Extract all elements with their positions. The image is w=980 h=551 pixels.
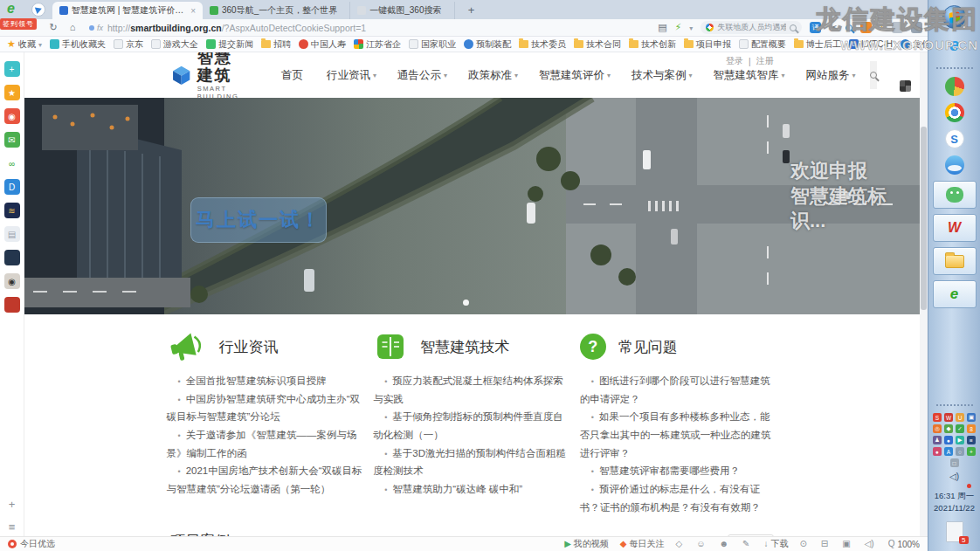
nav-item[interactable]: 网站服务 ▾ (796, 68, 866, 83)
search-icon[interactable] (790, 24, 797, 31)
page-scrollbar[interactable] (920, 52, 928, 536)
login-link[interactable]: 登录 (726, 55, 743, 67)
bookmark-item[interactable]: L LXTC-H (849, 38, 893, 51)
extension-icon[interactable] (892, 22, 903, 33)
faq-item[interactable]: 智慧建筑评审都需要哪些费用？ (580, 462, 778, 480)
wechat-window-button[interactable] (933, 181, 977, 209)
register-link[interactable]: 注册 (756, 55, 774, 67)
nav-item[interactable]: 政策标准 ▾ (458, 68, 528, 83)
address-bar[interactable]: fx http://smartbuilding.org.cn/?AspxAuto… (89, 23, 508, 33)
sidebar-app-icon[interactable] (4, 297, 20, 313)
bookmark-item[interactable]: 配置概要 (739, 38, 786, 51)
home-button[interactable] (63, 23, 82, 32)
nav-item[interactable]: 智慧建筑智库 ▾ (703, 68, 796, 83)
start-button[interactable] (942, 5, 966, 29)
tech-item[interactable]: 基于3D激光扫描的预制构件结合面粗糙度检测技术 (373, 444, 571, 480)
tray-icon[interactable]: ✓ (956, 424, 964, 433)
status-item[interactable]: ↓ 下载 (763, 538, 788, 550)
tray-icon[interactable]: ◆ (944, 424, 953, 433)
speed-boost-icon[interactable] (675, 23, 682, 32)
bookmark-item[interactable]: 技术委员 (519, 38, 566, 51)
browser-tab[interactable]: 智慧建筑网 | 智慧建筑评价标准 × (52, 2, 203, 19)
new-tab-button[interactable]: + (464, 3, 480, 17)
status-item[interactable]: ▣ (842, 540, 852, 548)
status-item[interactable]: ▶ 我的视频 (564, 538, 609, 550)
reading-list-icon[interactable] (658, 23, 666, 32)
bookmark-item[interactable]: 国家职业 (409, 38, 456, 51)
tray-icon[interactable]: ♟ (933, 436, 942, 444)
send-boost-button[interactable] (31, 3, 45, 17)
tray-icon[interactable]: + (967, 447, 976, 456)
bookmark-item[interactable]: 中国人寿 (299, 38, 346, 51)
daily-picks-label[interactable]: 今日优选 (20, 538, 55, 550)
browser-tab[interactable]: 360导航_一个主页，整个世界 (203, 2, 350, 19)
screenshot-scissors-icon[interactable] (829, 23, 837, 32)
status-item[interactable]: ◆ 每日关注 (620, 538, 665, 550)
bookmark-item[interactable]: 游戏大全 (151, 38, 198, 51)
status-item[interactable]: ◁) (865, 540, 877, 548)
site-search-button[interactable] (870, 61, 877, 89)
chrome-icon[interactable] (945, 103, 964, 122)
news-item[interactable]: 中国房协智慧建筑研究中心成功主办“双碳目标与智慧建筑”分论坛 (167, 390, 365, 426)
nav-item[interactable]: 行业资讯 ▾ (316, 68, 387, 83)
news-item[interactable]: 全国首批智慧建筑标识项目授牌 (167, 372, 365, 390)
games-icon[interactable] (860, 22, 872, 33)
file-explorer-window-button[interactable] (933, 247, 977, 275)
tray-icon[interactable]: A (944, 447, 953, 456)
tray-icon[interactable]: ≡ (967, 436, 976, 444)
tray-icon[interactable]: ▶ (956, 436, 964, 444)
sidebar-app-icon[interactable]: ≋ (4, 203, 20, 218)
tech-item[interactable]: 智慧建筑助力“碳达峰 碳中和” (373, 480, 571, 499)
bookmark-item[interactable]: 江苏省企 (354, 38, 401, 51)
360-browser-window-button[interactable]: e (933, 280, 977, 308)
tray-icon[interactable]: ○ (956, 447, 964, 456)
nav-item[interactable]: 智慧建筑评价 ▾ (528, 68, 621, 83)
sidebar-menu-icon[interactable] (9, 521, 16, 533)
bookmark-item[interactable]: 技术创新 (629, 38, 676, 51)
try-now-button[interactable]: 马上试一试！ (190, 197, 327, 243)
news-item[interactable]: 关于邀请参加《智慧建筑——案例与场景》编制工作的函 (167, 426, 365, 462)
edge-browser-icon[interactable] (945, 155, 964, 175)
taskbar-grip[interactable] (935, 403, 974, 408)
bookmark-item[interactable]: 提交新闻 (206, 38, 253, 51)
scrollbar-thumb[interactable] (921, 127, 927, 310)
menu-icon[interactable] (911, 22, 922, 33)
translate-icon[interactable]: 译 (810, 22, 821, 33)
wps-window-button[interactable]: W (933, 214, 977, 242)
add-icon[interactable] (9, 499, 16, 510)
sidebar-app-icon[interactable]: ◉ (4, 273, 20, 289)
volume-icon[interactable]: ◁) (949, 472, 959, 481)
sidebar-app-icon[interactable]: ∞ (4, 155, 20, 171)
taskbar-clock[interactable]: 16:31 周一 2021/11/22 (934, 490, 975, 514)
faq-item[interactable]: 预评价通过的标志是什么，有没有证书？证书的颁布机构是？有没有有效期？ (580, 480, 778, 516)
internet-explorer-icon[interactable]: e (949, 35, 959, 55)
more-button[interactable]: 更多... (728, 534, 773, 537)
status-item[interactable]: ⊙ (799, 540, 809, 548)
faq-item[interactable]: 图纸进行到哪个阶段可以进行智慧建筑的申请评定？ (580, 372, 778, 408)
browser-tab[interactable]: 一键截图_360搜索 (350, 2, 454, 19)
status-item[interactable]: ◇ (676, 540, 686, 548)
sogou-browser-icon[interactable]: S (945, 129, 964, 148)
nav-item[interactable]: 首页 (271, 68, 316, 83)
url-text[interactable]: http://smartbuilding.org.cn/?AspxAutoDet… (107, 23, 366, 33)
site-logo[interactable]: 智慧建筑 SMART BUILDING (171, 52, 248, 100)
hero-carousel[interactable]: 马上试一试！ 欢迎申报 智慧建筑标 识... (24, 98, 920, 314)
sidebar-app-icon[interactable]: ✉ (4, 132, 20, 148)
tech-item[interactable]: 基于倾角控制指标的预制构件垂直度自动化检测（一） (373, 408, 571, 444)
nav-item[interactable]: 通告公示 ▾ (387, 68, 458, 83)
tray-icon[interactable]: W (944, 413, 953, 422)
notification-center-icon[interactable]: 5 (946, 521, 963, 542)
bookmark-item[interactable]: 项目申报 (684, 38, 731, 51)
url-fx-icon[interactable]: fx (97, 24, 103, 32)
close-icon[interactable]: × (190, 6, 196, 16)
toolbar-search-box[interactable]: 失联地质人员均遇难 (700, 21, 802, 34)
bookmark-item[interactable]: 京东 (114, 38, 143, 51)
search-hotword[interactable]: 失联地质人员均遇难 (717, 22, 786, 33)
chevron-down-icon[interactable] (38, 39, 42, 49)
nav-item[interactable]: 技术与案例 ▾ (621, 68, 703, 83)
bookmark-item[interactable]: 技术合同 (574, 38, 621, 51)
music-icon[interactable] (880, 23, 885, 32)
sidebar-app-icon[interactable]: D (4, 179, 20, 195)
tray-icon[interactable]: ◎ (933, 424, 942, 433)
tray-icon[interactable]: ● (933, 447, 942, 456)
